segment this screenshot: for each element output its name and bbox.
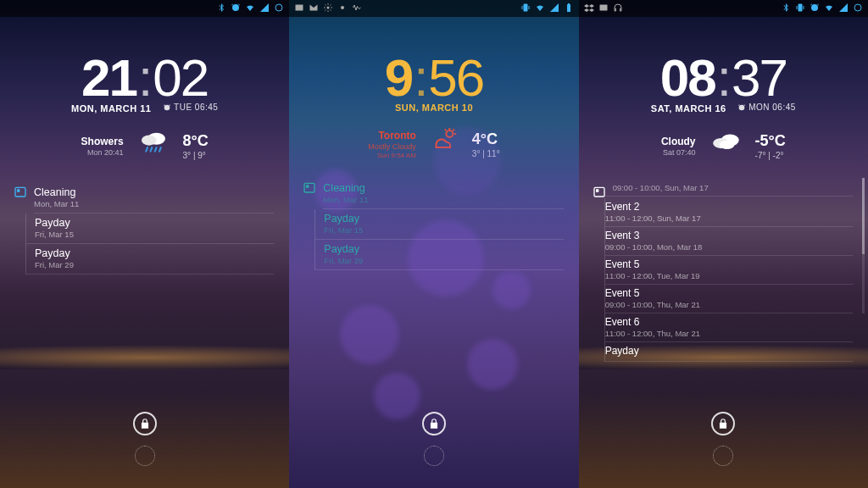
next-alarm: TUE 06:45 (163, 103, 218, 112)
clock-time: 21:02 (0, 47, 289, 108)
next-alarm: MON 06:45 (737, 103, 796, 112)
temperature-range: -7° | -2° (755, 151, 786, 160)
event-item[interactable]: Cleaning Mon, Mar 11 (34, 183, 274, 214)
unlock-ring[interactable] (713, 446, 733, 466)
calendar-events[interactable]: Cleaning Mon, Mar 11 Payday Fri, Mar 15 … (0, 183, 289, 274)
bluetooth-icon (216, 3, 226, 14)
event-item[interactable]: Cleaning Mon, Mar 11 (323, 179, 563, 209)
alarm-icon (810, 3, 820, 14)
lock-icon[interactable] (711, 412, 735, 435)
bluetooth-icon (781, 3, 791, 14)
alarm-icon (231, 3, 241, 14)
signal-icon (259, 3, 270, 14)
svg-rect-16 (594, 187, 604, 197)
event-item[interactable]: Payday Fri, Mar 29 (25, 244, 274, 274)
svg-point-15 (720, 140, 735, 149)
weather-widget[interactable]: Showers Mon 20:41 8°C 3° | 9° (0, 125, 289, 168)
svg-rect-11 (599, 5, 607, 11)
event-item[interactable]: Payday Fri, Mar 15 (314, 209, 563, 240)
weather-timestamp: Mon 20:41 (81, 148, 124, 157)
event-item[interactable]: Event 2 11:00 - 12:00, Sun, Mar 17 (604, 198, 853, 227)
unlock-ring[interactable] (135, 446, 155, 466)
wifi-icon (824, 3, 834, 14)
event-item[interactable]: Event 5 11:00 - 12:00, Tue, Mar 19 (604, 256, 853, 285)
status-bar (579, 0, 868, 17)
event-item[interactable]: Event 6 11:00 - 12:00, Thu, Mar 21 (604, 313, 853, 342)
temperature: -5°C (755, 132, 786, 150)
calendar-events[interactable]: 09:00 - 10:00, Sun, Mar 17 Event 2 11:00… (579, 183, 868, 362)
svg-rect-3 (15, 187, 25, 197)
weather-widget[interactable]: Cloudy Sat 07:40 -5°C -7° | -2° (579, 125, 868, 168)
lock-icon[interactable] (422, 412, 446, 435)
gallery-icon (598, 3, 609, 14)
headphones-icon (613, 3, 623, 14)
svg-point-12 (854, 4, 861, 11)
weather-condition: Showers (81, 136, 124, 147)
weather-timestamp: Sat 07:40 (661, 148, 696, 157)
svg-point-0 (275, 4, 282, 11)
dropbox-icon (584, 3, 594, 14)
clock-time: 08:37 (579, 47, 868, 108)
calendar-icon (14, 185, 27, 198)
svg-rect-10 (304, 183, 314, 192)
calendar-icon (303, 180, 316, 194)
event-item[interactable]: Event 5 09:00 - 10:00, Thu, Mar 21 (604, 285, 853, 313)
lock-icon[interactable] (133, 412, 157, 435)
circle-icon (274, 3, 284, 14)
lockscreen-1: 21:02 MON, MARCH 11 TUE 06:45 Showers Mo… (0, 0, 289, 488)
event-item[interactable]: Payday (604, 342, 853, 362)
cloudy-icon (708, 125, 743, 168)
event-partial-top: 09:00 - 10:00, Sun, Mar 17 (604, 183, 853, 197)
vibrate-icon (795, 3, 805, 14)
weather-condition: Mostly Cloudy (368, 142, 416, 151)
rain-icon (136, 125, 171, 168)
weather-condition: Cloudy (661, 136, 696, 147)
svg-point-2 (142, 135, 157, 145)
lockscreen-2: 9:56 SUN, MARCH 10 Toronto Mostly Cloudy… (289, 0, 578, 488)
unlock-ring[interactable] (424, 446, 444, 466)
circle-icon (853, 3, 863, 14)
clock-widget[interactable]: 08:37 SAT, MARCH 16 MON 06:45 (579, 47, 868, 114)
wifi-icon (245, 3, 255, 14)
event-item[interactable]: Event 3 09:00 - 10:00, Mon, Mar 18 (604, 227, 853, 256)
weather-timestamp: Sun 9:54 AM (368, 152, 416, 159)
signal-icon (838, 3, 849, 14)
calendar-events[interactable]: Cleaning Mon, Mar 11 Payday Fri, Mar 15 … (289, 179, 578, 270)
temperature: 8°C (183, 132, 209, 150)
temperature-range: 3° | 9° (183, 151, 209, 160)
event-item[interactable]: Payday Fri, Mar 15 (25, 214, 274, 244)
clock-widget[interactable]: 21:02 MON, MARCH 11 TUE 06:45 (0, 47, 289, 114)
lockscreen-3: 08:37 SAT, MARCH 16 MON 06:45 Cloudy Sat… (579, 0, 868, 488)
status-bar (0, 0, 289, 17)
calendar-icon (593, 185, 606, 198)
event-item[interactable]: Payday Fri, Mar 29 (314, 240, 563, 270)
